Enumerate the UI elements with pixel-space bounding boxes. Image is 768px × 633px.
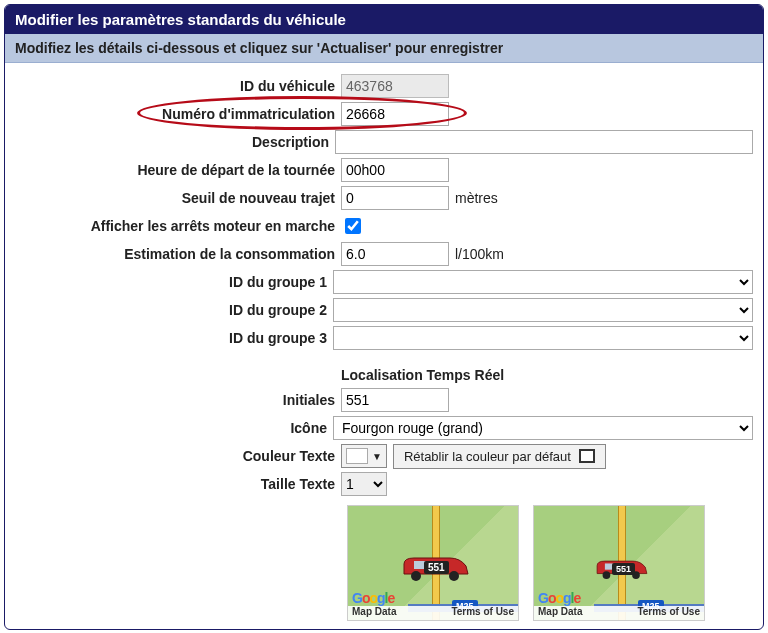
panel-title: Modifier les paramètres standards du véh… (5, 5, 763, 34)
label-description: Description (15, 134, 335, 150)
form-area: ID du véhicule Numéro d'immatriculation … (5, 63, 763, 629)
label-group3: ID du groupe 3 (15, 330, 333, 346)
fuel-estimate-suffix: l/100km (455, 246, 504, 262)
vehicle-id-input (341, 74, 449, 98)
label-group2: ID du groupe 2 (15, 302, 333, 318)
realtime-section-label: Localisation Temps Réel (341, 353, 753, 385)
description-input[interactable] (335, 130, 753, 154)
label-text-color: Couleur Texte (15, 448, 341, 464)
map-data-label[interactable]: Map Data (538, 606, 582, 620)
text-color-picker[interactable]: ▼ (341, 444, 387, 468)
van-icon: 551 (594, 558, 650, 582)
fuel-estimate-input[interactable] (341, 242, 449, 266)
panel-subtitle: Modifiez les détails ci-dessous et cliqu… (5, 34, 763, 63)
google-logo: Google (538, 590, 580, 606)
reset-color-button[interactable]: Rétablir la couleur par défaut (393, 444, 606, 469)
svg-point-4 (603, 571, 611, 579)
label-journey-threshold: Seuil de nouveau trajet (15, 190, 341, 206)
vehicle-settings-panel: Modifier les paramètres standards du véh… (4, 4, 764, 630)
label-text-size: Taille Texte (15, 476, 341, 492)
label-route-start: Heure de départ de la tournée (15, 162, 341, 178)
map-data-label[interactable]: Map Data (352, 606, 396, 620)
van-badge: 551 (424, 561, 449, 574)
label-initials: Initiales (15, 392, 341, 408)
map-preview-small: M25 551 Google Map Data Terms of Use (533, 505, 705, 621)
icon-select[interactable]: Fourgon rouge (grand) (333, 416, 753, 440)
initials-input[interactable] (341, 388, 449, 412)
reset-color-box-icon (579, 449, 595, 463)
terms-link[interactable]: Terms of Use (451, 606, 514, 620)
svg-point-2 (449, 571, 459, 581)
label-vehicle-id: ID du véhicule (15, 78, 341, 94)
van-icon: 551 (400, 554, 472, 584)
reset-color-label: Rétablir la couleur par défaut (404, 449, 571, 464)
journey-threshold-input[interactable] (341, 186, 449, 210)
group3-select[interactable] (333, 326, 753, 350)
label-group1: ID du groupe 1 (15, 274, 333, 290)
map-preview-large: M25 551 Google Map Data Terms of Use (347, 505, 519, 621)
group2-select[interactable] (333, 298, 753, 322)
group1-select[interactable] (333, 270, 753, 294)
text-size-select[interactable]: 1 (341, 472, 387, 496)
label-icon: Icône (15, 420, 333, 436)
svg-point-1 (411, 571, 421, 581)
label-fuel-estimate: Estimation de la consommation (15, 246, 341, 262)
van-badge: 551 (612, 563, 635, 575)
label-engine-stops: Afficher les arrêts moteur en marche (15, 218, 341, 234)
label-registration: Numéro d'immatriculation (15, 106, 341, 122)
map-previews: M25 551 Google Map Data Terms of Use M25 (347, 505, 753, 621)
terms-link[interactable]: Terms of Use (637, 606, 700, 620)
route-start-input[interactable] (341, 158, 449, 182)
registration-input[interactable] (341, 102, 449, 126)
journey-threshold-suffix: mètres (455, 190, 498, 206)
engine-stops-checkbox[interactable] (345, 218, 361, 234)
color-swatch (346, 448, 368, 464)
google-logo: Google (352, 590, 394, 606)
chevron-down-icon: ▼ (372, 451, 382, 462)
